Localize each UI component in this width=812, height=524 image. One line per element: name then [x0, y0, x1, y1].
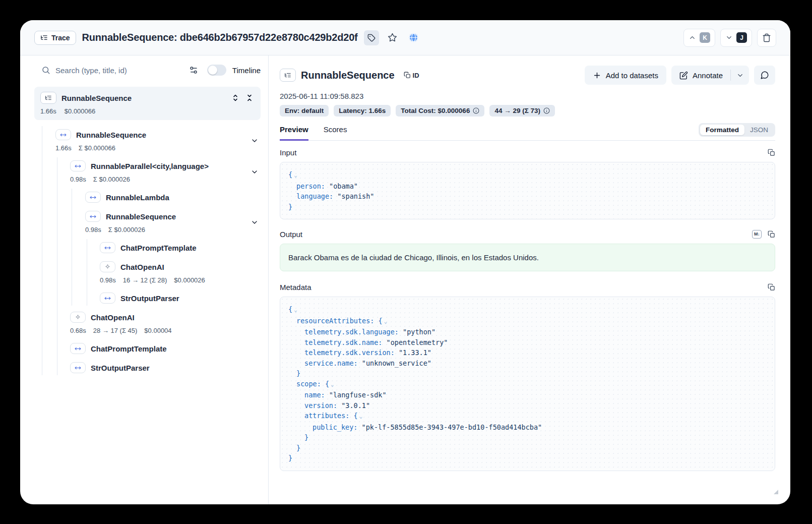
info-icon[interactable]	[543, 107, 550, 114]
tag-button[interactable]	[364, 30, 379, 45]
trace-type-chip: Trace	[34, 31, 76, 45]
input-section-header: Input	[280, 143, 775, 162]
metric-badge: Total Cost: $0.000066	[396, 105, 484, 117]
code-line: {⌄	[288, 169, 767, 181]
tree-item-chatprompttemplate[interactable]: ChatPromptTemplate	[34, 339, 261, 358]
chevron-down-icon[interactable]	[251, 137, 259, 145]
content-area: Timeline RunnableSequence	[20, 55, 790, 504]
metadata-section-header: Metadata	[280, 277, 775, 297]
search-icon	[41, 66, 50, 75]
toggle-knob	[208, 66, 217, 75]
format-option-formatted[interactable]: Formatted	[700, 125, 744, 135]
trace-tree: RunnableSequence 1.66sΣ $0.000066 Runnab…	[34, 125, 261, 377]
collapse-caret-icon[interactable]: ⌄	[294, 172, 297, 179]
search-row: Timeline	[34, 55, 261, 85]
tree-item-name: RunnableParallel<city,language>	[91, 162, 209, 170]
tree-item-runnablesequence[interactable]: RunnableSequence 1.66sΣ $0.000066	[34, 125, 261, 156]
format-segmented-control: Formatted JSON	[699, 123, 775, 137]
code-line: }	[288, 453, 767, 463]
copy-metadata-icon[interactable]	[768, 283, 775, 291]
badge-label: Latency: 1.66s	[339, 107, 386, 114]
collapse-caret-icon[interactable]: ⌄	[294, 307, 297, 313]
tree-item-name: RunnableSequence	[106, 212, 176, 221]
span-arrows-icon	[70, 160, 86, 171]
metric-badge: Latency: 1.66s	[334, 105, 391, 117]
tree-item-runnablesequence[interactable]: RunnableSequence 0.98sΣ $0.000026	[34, 207, 261, 238]
format-option-json[interactable]: JSON	[744, 125, 774, 135]
chevron-down-icon[interactable]	[251, 168, 259, 176]
comments-button[interactable]	[754, 66, 775, 85]
delete-trace-button[interactable]	[757, 29, 776, 47]
annotate-dropdown-chevron-icon[interactable]	[736, 72, 744, 79]
markdown-toggle-icon[interactable]: M↓	[752, 230, 762, 239]
star-button[interactable]	[385, 30, 400, 45]
app-window: Trace RunnableSequence: dbe646b2b67957d2…	[20, 20, 790, 504]
detail-header: RunnableSequence ID Add to datasets	[280, 66, 775, 85]
annotate-label: Annotate	[693, 71, 723, 80]
tree-root-item[interactable]: RunnableSequence 1.66s $0.000066	[34, 87, 261, 120]
copy-id-button[interactable]: ID	[404, 72, 419, 79]
prev-trace-button[interactable]: K	[683, 29, 715, 47]
view-settings-icon[interactable]	[189, 66, 198, 75]
trace-chip-label: Trace	[51, 34, 70, 42]
search-input[interactable]	[55, 66, 184, 75]
tree-item-runnablelambda[interactable]: RunnableLambda	[34, 188, 261, 207]
collapse-caret-icon[interactable]: ⌄	[384, 318, 388, 325]
tab-scores[interactable]: Scores	[324, 125, 347, 141]
copy-output-icon[interactable]	[768, 230, 775, 238]
collapse-caret-icon[interactable]: ⌄	[359, 413, 363, 420]
collapse-all-icon[interactable]	[245, 94, 254, 102]
trash-icon	[762, 33, 771, 42]
tree-item-stat: Σ $0.000026	[108, 226, 145, 234]
code-line: language: "spanish"	[288, 191, 767, 202]
tag-icon	[367, 34, 376, 42]
tree-item-name: ChatOpenAI	[91, 313, 135, 322]
code-line: resourceAttributes: {⌄	[288, 316, 767, 327]
expand-all-icon[interactable]	[231, 94, 239, 102]
comment-bubble-icon	[760, 71, 769, 80]
kbd-j: J	[736, 32, 747, 43]
detail-actions: Add to datasets Annotate	[585, 66, 775, 85]
trace-timestamp: 2025-06-11 11:09:58.823	[280, 92, 775, 100]
tree-item-stat: 0.98s	[85, 226, 101, 234]
metric-badge: 44 → 29 (Σ 73)	[489, 105, 555, 117]
tree-item-stat: $0.000026	[174, 276, 205, 284]
timeline-toggle[interactable]	[207, 65, 226, 76]
annotate-button[interactable]: Annotate	[671, 66, 749, 85]
tab-preview[interactable]: Preview	[280, 125, 308, 141]
tree-item-stroutputparser[interactable]: StrOutputParser	[34, 358, 261, 377]
input-json-viewer[interactable]: {⌄person: "obama"language: "spanish"}	[280, 162, 775, 219]
badge-label: 44 → 29 (Σ 73)	[494, 107, 540, 114]
resize-handle[interactable]	[774, 490, 778, 494]
tree-item-runnableparallel-city-language-[interactable]: RunnableParallel<city,language> 0.98sΣ $…	[34, 156, 261, 188]
tree-item-stroutputparser[interactable]: StrOutputParser	[34, 288, 261, 308]
tree-indent-guide	[87, 239, 87, 306]
info-icon[interactable]	[473, 107, 479, 114]
detail-title: RunnableSequence	[301, 70, 395, 81]
tree-item-name: ChatOpenAI	[120, 263, 164, 271]
tree-item-chatprompttemplate[interactable]: ChatPromptTemplate	[34, 238, 261, 257]
public-share-button[interactable]	[406, 30, 421, 45]
generation-icon	[70, 312, 86, 323]
tree-item-name: ChatPromptTemplate	[120, 244, 197, 252]
span-arrows-icon	[85, 192, 101, 203]
tree-item-stat: 0.68s	[70, 327, 86, 334]
tree-item-chatopenai[interactable]: ChatOpenAI 0.98s16 → 12 (Σ 28)$0.000026	[34, 257, 261, 288]
add-to-datasets-label: Add to datasets	[606, 71, 658, 80]
collapse-caret-icon[interactable]: ⌄	[331, 381, 334, 388]
metadata-json-viewer[interactable]: {⌄resourceAttributes: {⌄telemetry.sdk.la…	[280, 297, 775, 471]
kbd-k: K	[700, 32, 710, 43]
add-to-datasets-button[interactable]: Add to datasets	[585, 66, 666, 85]
copy-input-icon[interactable]	[768, 149, 775, 156]
tree-item-stat: Σ $0.000066	[79, 144, 115, 152]
tabs-row: Preview Scores Formatted JSON	[280, 123, 775, 141]
chevron-down-icon[interactable]	[251, 218, 259, 226]
next-trace-button[interactable]: J	[720, 29, 752, 47]
star-icon	[388, 33, 397, 42]
tree-item-name: RunnableLambda	[106, 193, 169, 202]
globe-icon	[408, 32, 419, 43]
tree-item-chatopenai[interactable]: ChatOpenAI 0.68s28 → 17 (Σ 45)$0.00004	[34, 308, 261, 339]
tree-item-stat: 28 → 17 (Σ 45)	[93, 327, 138, 334]
span-arrows-icon	[85, 211, 101, 222]
code-line: {⌄	[288, 304, 767, 316]
